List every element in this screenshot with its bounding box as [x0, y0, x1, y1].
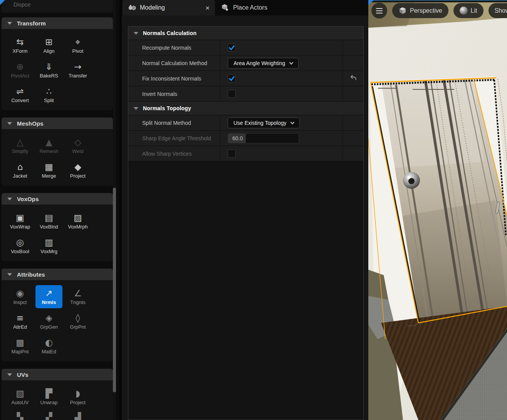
property-label-cell: Invert Normals — [128, 86, 220, 101]
category-header-normals-topology[interactable]: Normals Topology — [128, 102, 363, 115]
collapse-arrow-icon — [7, 373, 12, 376]
show-flags-button[interactable]: Show — [489, 3, 507, 18]
voxbool-icon: ◎ — [16, 237, 24, 248]
palette-section-voxops: VoxOps▣VoxWrap▤VoxBlnd▨VoxMrph◎VoxBool▥V… — [2, 193, 113, 261]
viewport-scene[interactable] — [368, 0, 507, 420]
tool-voxmrg-button[interactable]: ▥VoxMrg — [35, 234, 62, 257]
tool-tngnts-button[interactable]: ∠Tngnts — [64, 285, 91, 308]
tool-nrmls-button[interactable]: ↗Nrmls — [35, 285, 62, 308]
reset-cell — [343, 86, 363, 101]
view-mode-label: Lit — [471, 7, 477, 14]
reset-cell — [343, 146, 363, 161]
hamburger-icon — [376, 8, 383, 9]
palette-scrollbar[interactable] — [113, 0, 116, 420]
property-label-cell: Normal Calculation Method — [128, 55, 220, 71]
viewport-top-edge — [368, 0, 507, 1]
tool-convert-button[interactable]: ⇌Convert — [7, 83, 34, 106]
unreal-editor-window: Dispce Transform⇆XForm⊞Align⌖Pivot⊕Pivot… — [0, 0, 507, 420]
section-title: VoxOps — [17, 196, 39, 202]
tool-unwrap-button[interactable]: ▛Unwrap — [35, 385, 62, 408]
palette-section-meshops: MeshOps△Simplfy▲Remesh◇Weld⌂Jacket▦Merge… — [2, 118, 113, 186]
tool-remesh-button[interactable]: ▲Remesh — [35, 134, 62, 157]
property-value-cell — [220, 146, 343, 161]
tool-jacket-button[interactable]: ⌂Jacket — [7, 159, 34, 182]
collapse-arrow-icon — [134, 32, 138, 35]
tool-grid: △Simplfy▲Remesh◇Weld⌂Jacket▦Merge◆Projec… — [2, 129, 113, 186]
palette-scrollbar-thumb[interactable] — [113, 188, 116, 392]
tool-transfer-button[interactable]: →Transfer — [64, 59, 91, 82]
dropdown-selected-value: Area Angle Weighting — [233, 60, 285, 66]
tool-voxwrap-button[interactable]: ▣VoxWrap — [7, 210, 34, 233]
arrow-grid-icon[interactable]: ▞ — [35, 412, 62, 420]
tool-merge-button[interactable]: ▦Merge — [35, 159, 62, 182]
tool-label: Convert — [11, 98, 29, 103]
reset-to-default-button[interactable] — [349, 74, 358, 84]
tool-grpgen-button[interactable]: ◈GrpGen — [35, 310, 62, 333]
tool-label: Project — [70, 173, 86, 179]
tool-dispce-partial[interactable]: Dispce — [2, 0, 113, 13]
tool-xform-button[interactable]: ⇆XForm — [7, 34, 34, 57]
palette-section-attributes: Attributes◉Inspct↗Nrmls∠Tngnts≡AttrEd◈Gr… — [2, 269, 113, 361]
tab-modeling-label: Modeling — [140, 4, 165, 11]
tool-autouv-button[interactable]: ▧AutoUV — [7, 385, 34, 408]
tool-project-button[interactable]: ◗Project — [64, 385, 91, 408]
property-label: Allow Sharp Vertices — [142, 151, 191, 157]
property-row-allow-sharp-vertices: Allow Sharp Vertices — [128, 146, 363, 161]
camera-mode-button[interactable]: Perspective — [392, 3, 448, 18]
checkmark-icon — [228, 44, 235, 51]
grpgen-icon: ◈ — [45, 313, 52, 324]
tab-modeling[interactable]: Modeling × — [123, 0, 215, 15]
tool-project-button[interactable]: ◆Project — [64, 159, 91, 182]
fix-inconsistent-normals-checkbox[interactable] — [228, 74, 236, 82]
tool-grppnt-button[interactable]: ◊GrpPnt — [64, 310, 91, 333]
panel-corner-indicator — [0, 0, 5, 5]
property-label-cell: Split Normal Method — [128, 115, 220, 130]
tool-pivotact-button[interactable]: ⊕PivotAct — [7, 59, 34, 82]
section-header-transform[interactable]: Transform — [2, 17, 113, 29]
invert-normals-checkbox[interactable] — [228, 90, 236, 98]
view-mode-button[interactable]: Lit — [453, 3, 483, 18]
category-header-normals-calculation[interactable]: Normals Calculation — [128, 27, 363, 40]
section-header-uvs[interactable]: UVs — [2, 369, 113, 380]
tool-bakers-button[interactable]: ⇓BakeRS — [35, 59, 62, 82]
tool-inspct-button[interactable]: ◉Inspct — [7, 285, 34, 308]
tool-label: Inspct — [13, 300, 27, 305]
tool-attred-button[interactable]: ≡AttrEd — [7, 310, 34, 333]
tool-pivot-button[interactable]: ⌖Pivot — [64, 34, 91, 57]
tool-mated-button[interactable]: ◐MatEd — [35, 334, 62, 358]
tool-mappnt-button[interactable]: ▩MapPnt — [7, 334, 34, 358]
tool-align-button[interactable]: ⊞Align — [35, 34, 62, 57]
recompute-normals-checkbox[interactable] — [228, 44, 236, 52]
sharp-edge-angle-threshold-numeric-input[interactable]: 60.0 — [228, 133, 299, 143]
section-title: MeshOps — [17, 120, 44, 127]
tool-label: VoxWrap — [10, 224, 30, 230]
tab-close-icon[interactable]: × — [205, 4, 210, 12]
align-icon: ⊞ — [45, 37, 52, 48]
section-header-voxops[interactable]: VoxOps — [2, 193, 113, 205]
tool-voxbool-button[interactable]: ◎VoxBool — [7, 234, 34, 257]
tool-weld-button[interactable]: ◇Weld — [64, 134, 91, 157]
tool-voxblnd-button[interactable]: ▤VoxBlnd — [35, 210, 62, 233]
tool-label: Align — [44, 49, 55, 54]
place-actors-tab-icon — [220, 3, 230, 12]
tool-simplfy-button[interactable]: △Simplfy — [7, 134, 34, 157]
tab-bar: Modeling × Place Actors — [122, 0, 368, 15]
split-icon: ∴ — [46, 86, 52, 97]
tab-place-actors[interactable]: Place Actors — [215, 0, 273, 15]
split-normal-method-dropdown[interactable]: Use Existing Topology — [228, 118, 300, 128]
collapse-arrow-icon — [7, 198, 12, 200]
grid-box-icon[interactable]: ▟ — [64, 412, 91, 420]
show-flags-label: Show — [495, 7, 507, 14]
tool-voxmrph-button[interactable]: ▨VoxMrph — [64, 210, 91, 233]
normal-calculation-method-dropdown[interactable]: Area Angle Weighting — [228, 58, 299, 69]
modeling-panel: Modeling × Place Actors Normals Calculat… — [119, 0, 368, 420]
section-header-meshops[interactable]: MeshOps — [2, 118, 113, 129]
viewport-menu-button[interactable] — [371, 3, 387, 18]
project-uv-icon: ◗ — [76, 388, 80, 399]
level-viewport[interactable]: Perspective Lit Show — [368, 0, 507, 420]
checker-pin-icon[interactable]: ▚ — [7, 412, 34, 420]
tool-split-button[interactable]: ∴Split — [35, 83, 62, 106]
section-header-attributes[interactable]: Attributes — [2, 269, 113, 280]
tool-label: VoxMrg — [40, 249, 57, 254]
allow-sharp-vertices-checkbox[interactable] — [228, 150, 236, 158]
